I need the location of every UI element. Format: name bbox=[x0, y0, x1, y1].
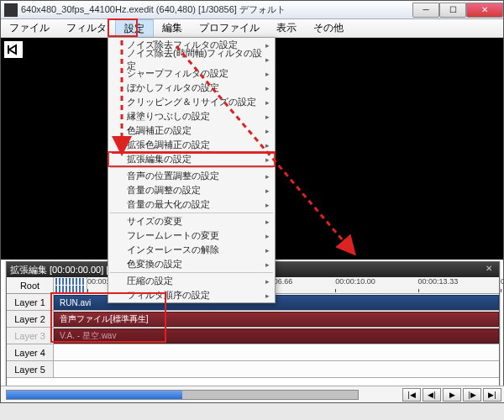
timeline-close-icon[interactable]: ✕ bbox=[482, 264, 496, 276]
dropdown-item[interactable]: フレームレートの変更 bbox=[108, 228, 275, 243]
dropdown-item[interactable]: 拡張編集の設定 bbox=[108, 152, 275, 166]
dropdown-item[interactable]: ノイズ除去(時間軸)フィルタの設定 bbox=[108, 52, 275, 66]
timeline-scale[interactable] bbox=[54, 277, 87, 293]
dropdown-item[interactable]: サイズの変更 bbox=[108, 214, 275, 228]
player-buttons: |◀◀|▶|▶▶| bbox=[402, 388, 504, 402]
menu-フィルタ[interactable]: フィルタ bbox=[58, 19, 115, 37]
dropdown-item[interactable]: 色変換の設定 bbox=[108, 257, 275, 271]
ruler-tick: 00:00:16 bbox=[501, 277, 504, 286]
app-icon bbox=[4, 3, 18, 17]
seek-slider[interactable] bbox=[6, 390, 359, 400]
dropdown-item[interactable]: クリッピング＆リサイズの設定 bbox=[108, 95, 275, 109]
player-bar: |◀◀|▶|▶▶| bbox=[1, 386, 504, 402]
dropdown-separator bbox=[110, 213, 273, 213]
back-start-icon[interactable] bbox=[4, 41, 23, 58]
layer-label[interactable]: Layer 4 bbox=[7, 344, 54, 360]
ruler-tick: 00:00:13.33 bbox=[418, 277, 459, 286]
dropdown-item[interactable]: シャープフィルタの設定 bbox=[108, 66, 275, 81]
menu-設定[interactable]: 設定 bbox=[115, 19, 154, 37]
layer-label[interactable]: Layer 2 bbox=[7, 311, 54, 327]
dropdown-item[interactable]: フィルタ順序の設定 bbox=[108, 288, 275, 302]
window-title: 640x480_30fps_44100Hz.exedit (640,480) [… bbox=[21, 3, 412, 16]
menu-ファイル[interactable]: ファイル bbox=[1, 19, 58, 37]
dropdown-item[interactable]: 圧縮の設定 bbox=[108, 274, 275, 288]
menubar: ファイルフィルタ設定編集プロファイル表示その他 bbox=[1, 19, 503, 38]
dropdown-item[interactable]: 色調補正の設定 bbox=[108, 123, 275, 138]
timeline-root[interactable]: Root bbox=[7, 277, 54, 293]
close-button[interactable]: ✕ bbox=[466, 3, 503, 18]
menu-プロファイル[interactable]: プロファイル bbox=[191, 19, 268, 37]
layer-track[interactable] bbox=[54, 344, 499, 360]
timeline-clip[interactable]: 音声ファイル[標準再生] bbox=[54, 312, 499, 327]
dropdown-item[interactable]: 音量の最大化の設定 bbox=[108, 197, 275, 212]
dropdown-item[interactable]: 音声の位置調整の設定 bbox=[108, 169, 275, 183]
dropdown-item[interactable]: インターレースの解除 bbox=[108, 243, 275, 257]
layer-label[interactable]: Layer 1 bbox=[7, 294, 54, 310]
layer-label[interactable]: Layer 3 bbox=[7, 328, 54, 344]
step-fwd-button[interactable]: |▶ bbox=[463, 388, 481, 402]
layer-track[interactable] bbox=[54, 361, 499, 377]
layer-track[interactable]: V.A. - 星空.wav bbox=[54, 328, 499, 344]
menu-その他[interactable]: その他 bbox=[305, 19, 352, 37]
dropdown-item[interactable]: 音量の調整の設定 bbox=[108, 183, 275, 197]
dropdown-item[interactable]: 縁塗りつぶしの設定 bbox=[108, 109, 275, 123]
timeline-row: Layer 4 bbox=[7, 344, 499, 361]
timeline-row: Layer 2音声ファイル[標準再生] bbox=[7, 311, 499, 328]
layer-label[interactable]: Layer 5 bbox=[7, 361, 54, 377]
window-controls: ─ ☐ ✕ bbox=[412, 3, 503, 18]
first-button[interactable]: |◀ bbox=[402, 388, 421, 402]
last-button[interactable]: ▶| bbox=[483, 388, 501, 402]
dropdown-separator bbox=[110, 272, 273, 273]
timeline-row: Layer 5 bbox=[7, 361, 499, 378]
timeline-clip[interactable]: V.A. - 星空.wav bbox=[54, 328, 499, 344]
timeline-body: Layer 1RUN.aviLayer 2音声ファイル[標準再生]Layer 3… bbox=[7, 294, 499, 378]
menu-編集[interactable]: 編集 bbox=[154, 19, 191, 37]
titlebar: 640x480_30fps_44100Hz.exedit (640,480) [… bbox=[1, 1, 503, 19]
maximize-button[interactable]: ☐ bbox=[439, 3, 466, 18]
ruler-tick: 00:00:10.00 bbox=[335, 277, 375, 286]
menu-表示[interactable]: 表示 bbox=[268, 19, 305, 37]
step-back-button[interactable]: ◀| bbox=[423, 388, 441, 402]
dropdown-item[interactable]: 拡張色調補正の設定 bbox=[108, 138, 275, 152]
timeline-row: Layer 3V.A. - 星空.wav bbox=[7, 328, 499, 344]
minimize-button[interactable]: ─ bbox=[412, 3, 439, 18]
layer-track[interactable]: 音声ファイル[標準再生] bbox=[54, 311, 499, 327]
settings-dropdown: ノイズ除去フィルタの設定ノイズ除去(時間軸)フィルタの設定シャープフィルタの設定… bbox=[108, 37, 276, 303]
dropdown-item[interactable]: ぼかしフィルタの設定 bbox=[108, 81, 275, 95]
dropdown-separator bbox=[110, 167, 273, 168]
play-button[interactable]: ▶ bbox=[443, 388, 461, 402]
